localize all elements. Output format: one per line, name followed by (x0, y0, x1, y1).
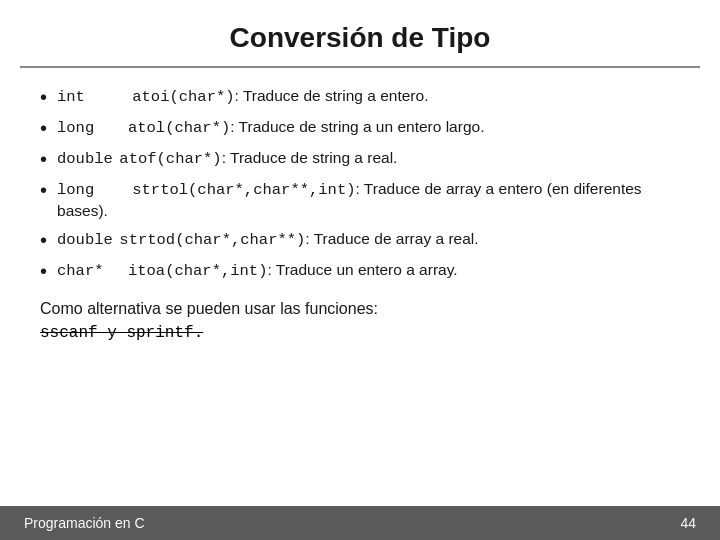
footer-label: Programación en C (24, 515, 145, 531)
title-area: Conversión de Tipo (0, 0, 720, 66)
bullet-dot: • (40, 177, 47, 203)
type-keyword: int (57, 87, 115, 108)
content-area: • int atoi(char*): Traduce de string a e… (0, 68, 720, 506)
function-name: atoi(char*) (132, 88, 234, 106)
bullet-text: double atof(char*): Traduce de string a … (57, 148, 397, 170)
type-keyword: long (57, 180, 115, 201)
bullet-dot: • (40, 146, 47, 172)
bullet-dot: • (40, 84, 47, 110)
list-item: • long strtol(char*,char**,int): Traduce… (40, 179, 680, 222)
function-name: strtol(char*,char**,int) (132, 181, 355, 199)
list-item: • double strtod(char*,char**): Traduce d… (40, 229, 680, 253)
footer-page: 44 (680, 515, 696, 531)
bullet-dot: • (40, 258, 47, 284)
list-item: • int atoi(char*): Traduce de string a e… (40, 86, 680, 110)
function-name: strtod(char*,char**) (119, 231, 305, 249)
alternatives-text: Como alternativa se pueden usar las func… (40, 300, 378, 317)
strikethrough-line: sscanf y sprintf. (40, 324, 680, 342)
function-name: atof(char*) (119, 150, 221, 168)
bullet-text: long strtol(char*,char**,int): Traduce d… (57, 179, 680, 222)
desc-text: : Traduce de array a real. (305, 230, 478, 247)
list-item: • double atof(char*): Traduce de string … (40, 148, 680, 172)
desc-text: : Traduce un entero a array. (267, 261, 457, 278)
type-keyword: double (57, 149, 115, 170)
alternatives-section: Como alternativa se pueden usar las func… (40, 298, 680, 320)
footer-bar: Programación en C 44 (0, 506, 720, 540)
bullet-text: char* itoa(char*,int): Traduce un entero… (57, 260, 458, 282)
bullet-text: int atoi(char*): Traduce de string a ent… (57, 86, 428, 108)
function-name: atol(char*) (128, 119, 230, 137)
bullet-text: double strtod(char*,char**): Traduce de … (57, 229, 479, 251)
desc-text: : Traduce de string a real. (222, 149, 398, 166)
bullet-list: • int atoi(char*): Traduce de string a e… (40, 86, 680, 284)
list-item: • char* itoa(char*,int): Traduce un ente… (40, 260, 680, 284)
slide: Conversión de Tipo • int atoi(char*): Tr… (0, 0, 720, 540)
list-item: • long atol(char*): Traduce de string a … (40, 117, 680, 141)
type-keyword: char* (57, 261, 115, 282)
type-keyword: double (57, 230, 115, 251)
bullet-text: long atol(char*): Traduce de string a un… (57, 117, 484, 139)
desc-text: : Traduce de string a un entero largo. (230, 118, 484, 135)
bullet-dot: • (40, 227, 47, 253)
strikethrough-text: sscanf y sprintf. (40, 324, 203, 342)
type-keyword: long (57, 118, 115, 139)
slide-title: Conversión de Tipo (40, 22, 680, 54)
bullet-dot: • (40, 115, 47, 141)
function-name: itoa(char*,int) (128, 262, 268, 280)
desc-text: : Traduce de string a entero. (235, 87, 429, 104)
